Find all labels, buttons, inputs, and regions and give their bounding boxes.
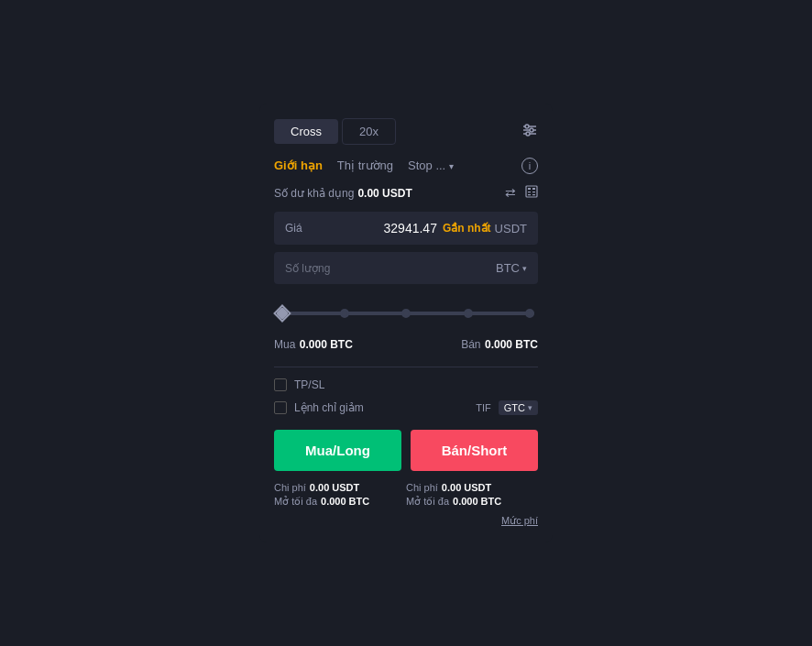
cross-button[interactable]: Cross <box>274 119 338 144</box>
buy-max-value: 0.000 BTC <box>321 496 369 508</box>
quantity-field[interactable]: Số lượng BTC ▾ <box>274 252 538 284</box>
nearest-badge: Gần nhất <box>443 222 491 235</box>
price-value: 32941.47 <box>322 221 437 235</box>
price-currency: USDT <box>495 222 527 235</box>
currency-select[interactable]: BTC ▾ <box>496 261 527 275</box>
balance-value: 0.00 USDT <box>357 187 411 200</box>
tab-row: Giới hạn Thị trường Stop ... ▾ i <box>274 158 538 174</box>
svg-rect-11 <box>528 194 531 195</box>
svg-rect-9 <box>528 192 531 192</box>
tab-limit[interactable]: Giới hạn <box>274 159 323 174</box>
reduce-checkbox[interactable] <box>274 401 287 414</box>
buy-max-label: Mở tối đa <box>274 496 317 508</box>
buy-fee-label: Chi phí <box>274 482 306 493</box>
svg-rect-8 <box>532 188 535 190</box>
sell-fee-row: Chi phí 0.00 USDT <box>406 482 538 493</box>
sell-fee-col: Chi phí 0.00 USDT Mở tối đa 0.000 BTC Mứ… <box>406 482 538 528</box>
gtc-value: GTC <box>504 402 525 413</box>
slider-dot-25 <box>340 309 349 318</box>
sell-amount: Bán 0.000 BTC <box>461 335 538 352</box>
amounts-row: Mua 0.000 BTC Bán 0.000 BTC <box>274 335 538 352</box>
transfer-icon[interactable]: ⇄ <box>505 185 516 201</box>
sell-fee-label: Chi phí <box>406 482 438 493</box>
slider-dot-50 <box>401 309 411 318</box>
tif-label: TIF <box>476 402 491 413</box>
chevron-down-icon: ▾ <box>522 264 527 273</box>
slider-dot-0 <box>276 307 289 320</box>
fee-rate-link[interactable]: Mức phí <box>501 515 538 526</box>
slider-dot-100 <box>525 309 534 318</box>
buy-amount: Mua 0.000 BTC <box>274 335 353 352</box>
checkbox-section: TP/SL Lệnh chỉ giảm TIF GTC ▾ <box>274 367 538 415</box>
slider-container <box>274 291 538 330</box>
tpsl-label: TP/SL <box>294 378 324 391</box>
buy-long-button[interactable]: Mua/Long <box>274 430 401 471</box>
chevron-down-icon: ▾ <box>449 161 454 171</box>
tpsl-row: TP/SL <box>274 378 538 391</box>
tab-market[interactable]: Thị trường <box>337 159 393 174</box>
slider-track[interactable] <box>278 312 534 315</box>
svg-rect-10 <box>532 192 535 192</box>
reduce-row: Lệnh chỉ giảm TIF GTC ▾ <box>274 400 538 415</box>
svg-point-4 <box>530 128 533 132</box>
sell-short-button[interactable]: Bán/Short <box>411 430 538 471</box>
buy-fee-col: Chi phí 0.00 USDT Mở tối đa 0.000 BTC <box>274 482 406 528</box>
svg-rect-6 <box>526 186 537 197</box>
action-buttons: Mua/Long Bán/Short <box>274 430 538 471</box>
sell-max-label: Mở tối đa <box>406 496 449 508</box>
balance-label: Số dư khả dụng <box>274 187 354 200</box>
svg-rect-12 <box>532 194 535 195</box>
sell-max-value: 0.000 BTC <box>453 496 501 508</box>
svg-point-5 <box>526 132 530 136</box>
leverage-button[interactable]: 20x <box>342 118 396 145</box>
order-type-row: Cross 20x <box>274 118 538 145</box>
balance-actions: ⇄ <box>505 185 538 201</box>
svg-rect-7 <box>528 188 531 190</box>
calculator-icon[interactable] <box>525 185 538 201</box>
trading-panel: Cross 20x Giới hạn Thị trường Stop ... ▾… <box>259 104 553 542</box>
sell-max-row: Mở tối đa 0.000 BTC <box>406 496 538 508</box>
fee-link: Mức phí <box>406 511 538 528</box>
slider-dot-75 <box>464 309 473 318</box>
price-label: Giá <box>285 222 322 235</box>
sell-fee-value: 0.00 USDT <box>442 482 491 493</box>
svg-point-3 <box>525 125 529 128</box>
reduce-label: Lệnh chỉ giảm <box>294 401 364 414</box>
fee-section: Chi phí 0.00 USDT Mở tối đa 0.000 BTC Ch… <box>274 482 538 528</box>
slider-dots <box>278 309 534 318</box>
tab-stop[interactable]: Stop ... ▾ <box>408 159 454 174</box>
balance-row: Số dư khả dụng 0.00 USDT ⇄ <box>274 185 538 201</box>
settings-icon[interactable] <box>521 122 538 142</box>
currency-value: BTC <box>496 261 520 275</box>
info-icon[interactable]: i <box>521 158 538 174</box>
chevron-down-icon: ▾ <box>528 403 532 412</box>
buy-fee-value: 0.00 USDT <box>310 482 359 493</box>
gtc-select[interactable]: GTC ▾ <box>499 400 538 415</box>
buy-max-row: Mở tối đa 0.000 BTC <box>274 496 406 508</box>
tpsl-checkbox[interactable] <box>274 378 287 391</box>
buy-fee-row: Chi phí 0.00 USDT <box>274 482 406 493</box>
price-field[interactable]: Giá 32941.47 Gần nhất USDT <box>274 212 538 245</box>
quantity-placeholder: Số lượng <box>285 262 496 275</box>
